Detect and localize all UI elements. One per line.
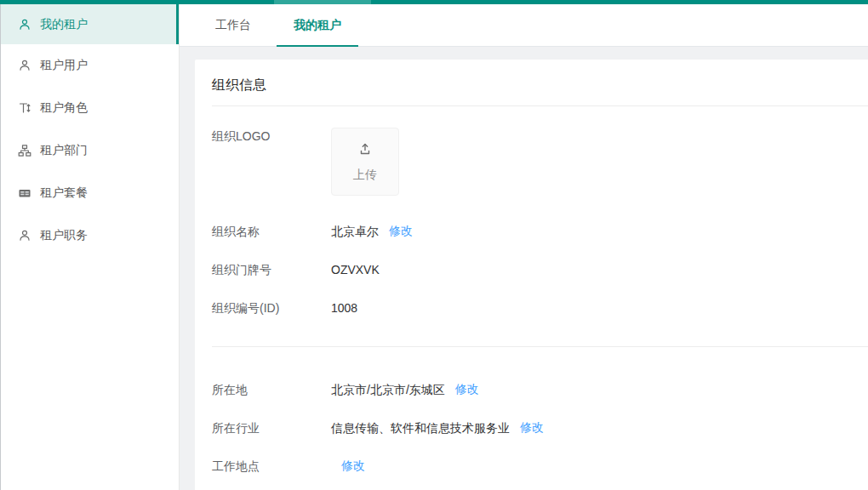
org-name-row: 组织名称 北京卓尔 修改: [212, 223, 868, 240]
org-logo-label: 组织LOGO: [212, 128, 331, 196]
org-workplace-row: 工作地点 修改: [212, 458, 868, 475]
top-accent-bar: [0, 0, 868, 4]
upload-button-label: 上传: [353, 168, 377, 183]
sidebar-item-label: 租户用户: [40, 58, 88, 73]
org-door-number-label: 组织门牌号: [212, 261, 331, 278]
org-logo-row: 组织LOGO 上传: [212, 128, 868, 196]
sidebar: 我的租户 租户用户 租户角色 租户部门 租户套餐 租户职务: [0, 4, 180, 490]
sidebar-item-tenant-packages[interactable]: 租户套餐: [1, 172, 179, 214]
tab-bar: 工作台 我的租户: [180, 4, 868, 47]
section-title: 组织信息: [212, 77, 868, 93]
org-workplace-modify-link[interactable]: 修改: [341, 459, 365, 474]
org-name-modify-link[interactable]: 修改: [389, 224, 413, 239]
org-id-label: 组织编号(ID): [212, 299, 331, 316]
org-industry-modify-link[interactable]: 修改: [520, 420, 544, 436]
sidebar-item-tenant-users[interactable]: 租户用户: [1, 44, 179, 87]
tab-label: 工作台: [215, 18, 251, 33]
org-name-label: 组织名称: [212, 223, 331, 240]
org-industry-value: 信息传输、软件和信息技术服务业: [331, 419, 510, 436]
tab-my-tenant[interactable]: 我的租户: [277, 4, 358, 46]
org-id-value: 1008: [331, 299, 357, 316]
sidebar-item-tenant-roles[interactable]: 租户角色: [1, 87, 179, 129]
sidebar-item-label: 租户套餐: [40, 185, 88, 201]
sidebar-item-label: 租户部门: [40, 143, 88, 158]
org-industry-label: 所在行业: [212, 419, 331, 436]
sidebar-item-label: 租户角色: [40, 100, 88, 116]
sidebar-item-label: 我的租户: [40, 17, 88, 32]
org-location-label: 所在地: [212, 381, 331, 398]
font-size-icon: [18, 101, 31, 115]
logo-upload-button[interactable]: 上传: [331, 128, 399, 196]
sidebar-item-my-tenant[interactable]: 我的租户: [1, 4, 179, 44]
sidebar-item-tenant-departments[interactable]: 租户部门: [1, 129, 179, 172]
user-icon: [18, 18, 31, 31]
package-icon: [18, 186, 31, 200]
org-door-number-value: OZVXVK: [331, 261, 380, 278]
user-icon: [18, 229, 31, 242]
org-location-row: 所在地 北京市/北京市/东城区 修改: [212, 381, 868, 398]
org-workplace-label: 工作地点: [212, 458, 331, 475]
org-name-value: 北京卓尔: [331, 223, 379, 240]
user-icon: [18, 59, 31, 72]
tab-label: 我的租户: [294, 18, 341, 33]
upload-icon: [357, 141, 373, 160]
org-industry-row: 所在行业 信息传输、软件和信息技术服务业 修改: [212, 419, 868, 436]
sitemap-icon: [18, 144, 31, 157]
section-divider: [212, 346, 868, 347]
top-accent-bar-highlight: [274, 0, 371, 4]
org-id-row: 组织编号(ID) 1008: [212, 299, 868, 316]
org-location-value: 北京市/北京市/东城区: [331, 381, 445, 398]
sidebar-item-label: 租户职务: [40, 228, 88, 243]
tab-workbench[interactable]: 工作台: [198, 4, 268, 46]
main-content: 工作台 我的租户 组织信息 组织LOGO 上传 组织名称 北京卓尔 修改: [180, 4, 868, 490]
sidebar-item-tenant-positions[interactable]: 租户职务: [1, 214, 179, 257]
org-door-number-row: 组织门牌号 OZVXVK: [212, 261, 868, 278]
org-info-card: 组织信息 组织LOGO 上传 组织名称 北京卓尔 修改 组织门牌号 OZVXVK…: [195, 60, 868, 490]
card-header: 组织信息: [212, 60, 868, 106]
org-location-modify-link[interactable]: 修改: [455, 382, 479, 397]
